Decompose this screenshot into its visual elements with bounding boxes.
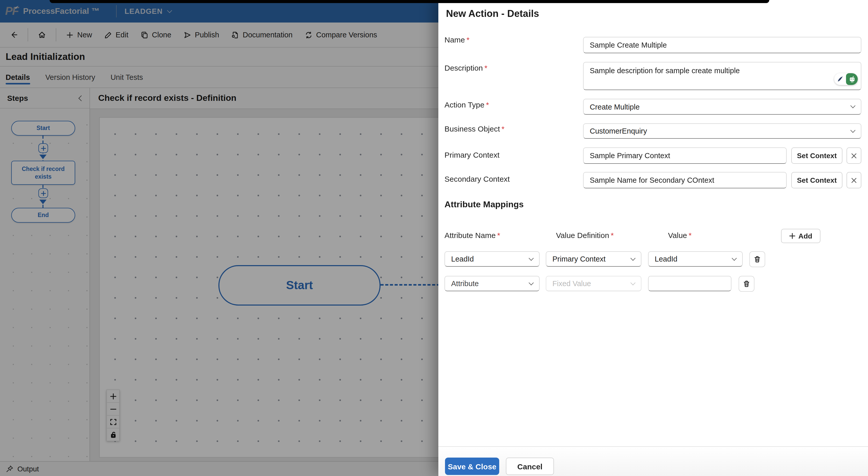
add-label: Add <box>799 232 812 240</box>
chevron-down-icon <box>850 127 856 132</box>
trash-icon <box>743 280 750 288</box>
drawer-footer: Save & Close Cancel <box>438 446 868 476</box>
secondary-context-value: Sample Name for Secondary COntext <box>590 176 714 184</box>
primary-set-context-button[interactable]: Set Context <box>791 147 842 164</box>
new-action-drawer: New Action - Details Name* Sample Create… <box>438 0 868 476</box>
secondary-set-context-button[interactable]: Set Context <box>791 172 842 188</box>
cancel-button[interactable]: Cancel <box>506 457 554 475</box>
mapping-row2-delete-button[interactable] <box>739 276 754 292</box>
primary-context-label: Primary Context <box>444 150 499 159</box>
save-and-close-button[interactable]: Save & Close <box>445 457 499 475</box>
drawer-title: New Action - Details <box>446 8 539 20</box>
chevron-down-icon <box>850 103 856 108</box>
column-header-attribute-name: Attribute Name* <box>444 231 500 240</box>
mapping-row1-value-definition-select[interactable]: Primary Context <box>546 251 642 267</box>
description-label: Description* <box>444 63 488 72</box>
secondary-context-clear-button[interactable] <box>846 172 861 188</box>
mapping-row1-delete-button[interactable] <box>749 251 765 267</box>
action-type-select[interactable]: Create Multiple <box>583 99 861 115</box>
modal-backdrop[interactable] <box>0 0 438 476</box>
chevron-down-icon <box>630 256 636 261</box>
chevron-down-icon <box>529 280 534 285</box>
trash-icon <box>753 256 761 263</box>
screen: PF ProcessFactorial ™ LEADGEN <box>0 0 868 476</box>
mapping-row2-attribute-select[interactable]: Attribute <box>444 276 539 291</box>
screen-notch <box>50 0 769 3</box>
primary-context-value: Sample Primary Context <box>590 151 670 160</box>
business-object-select[interactable]: CustomerEnquiry <box>583 123 861 139</box>
primary-context-clear-button[interactable] <box>846 147 861 164</box>
robot-icon <box>846 73 858 85</box>
mapping-row1-attribute-select[interactable]: LeadId <box>444 251 539 267</box>
chevron-down-icon <box>529 256 534 261</box>
mapping-row1-value-definition-value: Primary Context <box>552 255 606 263</box>
quill-icon <box>834 73 846 85</box>
mapping-row2-value-definition-select: Fixed Value <box>546 276 642 291</box>
description-textarea[interactable]: Sample description for sample create mul… <box>583 62 861 90</box>
ai-assist-toggle[interactable] <box>834 73 858 85</box>
column-header-value: Value* <box>668 231 691 240</box>
mapping-row1-value-value: LeadId <box>655 255 678 263</box>
attribute-mappings-heading: Attribute Mappings <box>444 200 524 210</box>
close-icon <box>851 153 857 158</box>
secondary-context-input[interactable]: Sample Name for Secondary COntext <box>583 172 787 188</box>
business-object-label: Business Object* <box>444 124 504 133</box>
chevron-down-icon <box>630 280 636 285</box>
action-type-label: Action Type* <box>444 100 489 109</box>
mapping-row1-value-select[interactable]: LeadId <box>648 251 743 267</box>
close-icon <box>851 177 857 183</box>
secondary-context-label: Secondary Context <box>444 175 510 183</box>
description-value: Sample description for sample create mul… <box>590 66 740 75</box>
plus-icon <box>789 233 795 239</box>
name-label: Name* <box>444 35 469 44</box>
name-input[interactable]: Sample Create Multiple <box>583 37 861 53</box>
mapping-row2-attribute-placeholder: Attribute <box>451 279 479 288</box>
add-mapping-button[interactable]: Add <box>781 229 820 243</box>
chevron-down-icon <box>732 256 737 261</box>
mapping-row2-value-definition-placeholder: Fixed Value <box>552 279 591 288</box>
business-object-value: CustomerEnquiry <box>590 127 647 135</box>
primary-context-input[interactable]: Sample Primary Context <box>583 147 787 164</box>
mapping-row1-attribute-value: LeadId <box>451 255 474 263</box>
mapping-row2-value-input[interactable] <box>648 276 732 291</box>
name-value: Sample Create Multiple <box>590 41 667 49</box>
action-type-value: Create Multiple <box>590 102 640 111</box>
column-header-value-definition: Value Definition* <box>556 231 614 240</box>
